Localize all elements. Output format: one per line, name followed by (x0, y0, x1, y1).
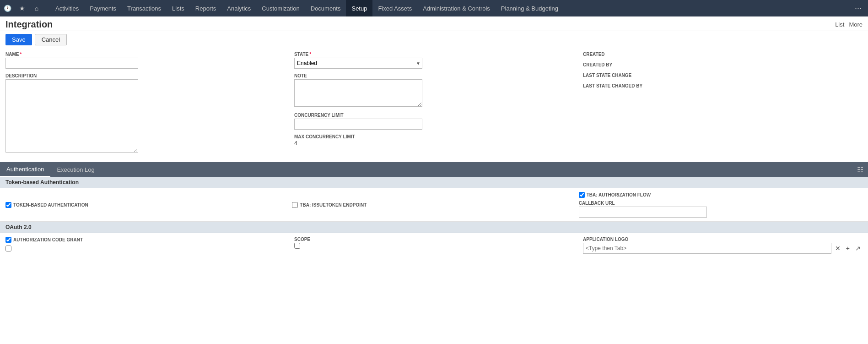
nav-fixed-assets[interactable]: Fixed Assets (372, 0, 417, 16)
name-input[interactable] (5, 58, 138, 69)
nav-setup[interactable]: Setup (346, 0, 372, 16)
meta-last-state-change: LAST STATE CHANGE (583, 73, 863, 78)
oauth-extra-checkbox[interactable] (5, 246, 11, 251)
nav-documents[interactable]: Documents (305, 0, 346, 16)
oauth-section-body: AUTHORIZATION CODE GRANT SCOPE APPLICATI… (0, 233, 868, 257)
nav-activities[interactable]: Activities (50, 0, 84, 16)
nav-items: Activities Payments Transactions Lists R… (50, 0, 850, 16)
nav-planning-budgeting[interactable]: Planning & Budgeting (496, 0, 564, 16)
auth-code-grant-checkbox[interactable] (5, 237, 11, 243)
nav-payments[interactable]: Payments (84, 0, 122, 16)
top-nav: 🕐 ★ ⌂ Activities Payments Transactions L… (0, 0, 868, 16)
save-button[interactable]: Save (5, 34, 32, 45)
meta-created-label: CREATED (583, 52, 863, 57)
nav-more-button[interactable]: ··· (850, 0, 866, 16)
meta-last-state-change-label: LAST STATE CHANGE (583, 73, 863, 78)
state-required: * (309, 52, 311, 57)
state-select-wrap: Enabled Disabled ▼ (294, 58, 422, 69)
nav-analytics[interactable]: Analytics (221, 0, 256, 16)
clock-icon[interactable]: 🕐 (2, 3, 13, 14)
concurrency-limit-label: CONCURRENCY LIMIT (294, 113, 574, 118)
more-link[interactable]: More (849, 21, 863, 28)
max-concurrency-value: 4 (294, 140, 574, 147)
token-based-section-body: TOKEN-BASED AUTHENTICATION TBA: ISSUETOK… (0, 188, 868, 222)
oauth-col-app-logo: APPLICATION LOGO ✕ + ↗ (583, 237, 863, 254)
app-logo-add-button[interactable]: + (844, 244, 852, 253)
auth-code-grant-label: AUTHORIZATION CODE GRANT (13, 237, 83, 242)
cancel-button[interactable]: Cancel (35, 34, 67, 45)
meta-last-state-changed-by: LAST STATE CHANGED BY (583, 83, 863, 88)
list-link[interactable]: List (835, 21, 844, 28)
app-logo-row: ✕ + ↗ (583, 243, 863, 254)
callback-url-input-wrap (579, 207, 707, 218)
form-left-col: NAME * DESCRIPTION (5, 52, 285, 158)
app-logo-clear-button[interactable]: ✕ (833, 244, 842, 253)
oauth-section-label: OAuth 2.0 (5, 224, 32, 230)
concurrency-limit-input[interactable] (294, 119, 422, 130)
tba-checkbox[interactable] (5, 202, 11, 208)
meta-created-by-label: CREATED BY (583, 62, 863, 67)
home-icon[interactable]: ⌂ (31, 3, 42, 14)
tab-authentication[interactable]: Authentication (0, 162, 50, 177)
state-field-group: STATE * Enabled Disabled ▼ (294, 52, 574, 69)
oauth-section-header: OAuth 2.0 (0, 222, 868, 233)
tba-checkbox-row: TOKEN-BASED AUTHENTICATION TBA: ISSUETOK… (5, 192, 863, 218)
token-based-section-header: Token-based Authentication (0, 177, 868, 188)
name-label: NAME * (5, 52, 285, 57)
description-field-group: DESCRIPTION (5, 73, 285, 154)
tba-authflow-checkbox[interactable] (579, 192, 585, 198)
state-select[interactable]: Enabled Disabled (294, 58, 422, 69)
page-header: Integration List More (0, 16, 868, 31)
star-icon[interactable]: ★ (16, 3, 27, 14)
callback-url-label: CALLBACK URL (579, 201, 707, 206)
tba-authflow-label: TBA: AUTHORIZATION FLOW (587, 192, 651, 197)
form-middle-col: STATE * Enabled Disabled ▼ NOTE CONCURRE… (294, 52, 574, 158)
application-logo-label: APPLICATION LOGO (583, 237, 863, 242)
oauth-col-auth-code: AUTHORIZATION CODE GRANT (5, 237, 285, 254)
name-field-group: NAME * (5, 52, 285, 69)
tab-execution-log[interactable]: Execution Log (50, 162, 101, 177)
oauth-row: AUTHORIZATION CODE GRANT SCOPE APPLICATI… (5, 237, 863, 254)
name-required: * (20, 52, 22, 57)
meta-last-state-changed-by-label: LAST STATE CHANGED BY (583, 83, 863, 88)
callback-url-section: CALLBACK URL (579, 201, 707, 218)
app-logo-open-button[interactable]: ↗ (853, 244, 863, 253)
note-field-group: NOTE (294, 73, 574, 108)
tba-authflow-checkbox-item: TBA: AUTHORIZATION FLOW CALLBACK URL (579, 192, 863, 218)
section-tabs: Authentication Execution Log ☷ (0, 162, 868, 177)
nav-customization[interactable]: Customization (256, 0, 305, 16)
page-actions: List More (835, 21, 863, 28)
nav-admin-controls[interactable]: Administration & Controls (417, 0, 496, 16)
max-concurrency-label: MAX CONCURRENCY LIMIT (294, 134, 574, 139)
tabs-icon[interactable]: ☷ (852, 165, 868, 174)
concurrency-limit-field-group: CONCURRENCY LIMIT (294, 113, 574, 130)
nav-transactions[interactable]: Transactions (122, 0, 167, 16)
scope-label: SCOPE (294, 237, 574, 242)
token-based-section-label: Token-based Authentication (5, 179, 79, 186)
note-textarea[interactable] (294, 79, 422, 107)
callback-url-input[interactable] (579, 207, 707, 218)
scope-checkbox[interactable] (294, 243, 300, 249)
tba-label: TOKEN-BASED AUTHENTICATION (13, 202, 88, 207)
meta-created-by: CREATED BY (583, 62, 863, 67)
tba-issuetoken-label: TBA: ISSUETOKEN ENDPOINT (300, 202, 367, 207)
page-title: Integration (5, 19, 53, 30)
description-label: DESCRIPTION (5, 73, 285, 78)
note-label: NOTE (294, 73, 574, 78)
description-textarea[interactable] (5, 79, 138, 153)
tba-issuetoken-checkbox[interactable] (292, 202, 298, 208)
application-logo-input[interactable] (583, 243, 831, 254)
meta-panel: CREATED CREATED BY LAST STATE CHANGE LAS… (583, 52, 863, 158)
tba-issuetoken-checkbox-item: TBA: ISSUETOKEN ENDPOINT (292, 202, 576, 208)
max-concurrency-field-group: MAX CONCURRENCY LIMIT 4 (294, 134, 574, 147)
state-label: STATE * (294, 52, 574, 57)
meta-created: CREATED (583, 52, 863, 57)
tba-checkbox-item: TOKEN-BASED AUTHENTICATION (5, 202, 289, 208)
form-area: NAME * DESCRIPTION STATE * Enabled Disab… (0, 48, 868, 158)
nav-reports[interactable]: Reports (190, 0, 222, 16)
toolbar: Save Cancel (0, 31, 868, 48)
authentication-section: Token-based Authentication TOKEN-BASED A… (0, 177, 868, 257)
nav-lists[interactable]: Lists (167, 0, 190, 16)
nav-quick-icons: 🕐 ★ ⌂ (2, 3, 46, 14)
oauth-col-scope: SCOPE (294, 237, 574, 254)
